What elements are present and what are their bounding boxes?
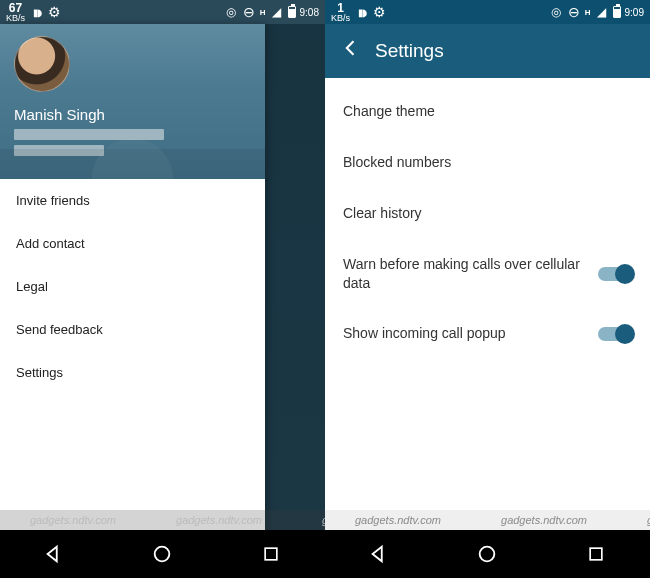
setting-label: Change theme [343,102,632,121]
setting-clear-history[interactable]: Clear history [325,188,650,239]
dnd-icon [242,5,256,19]
clock: 9:08 [300,7,319,18]
drawer-item-add-contact[interactable]: Add contact [0,222,265,265]
dnd-icon [567,5,581,19]
svg-point-0 [155,547,170,562]
setting-blocked-numbers[interactable]: Blocked numbers [325,137,650,188]
network-speed: 67 KB/s [6,2,25,23]
nav-recent-button[interactable] [585,543,607,565]
gear-icon [372,5,386,19]
nav-home-button[interactable] [151,543,173,565]
header-background-art [0,99,265,179]
toggle-switch[interactable] [598,327,632,341]
signal-icon [270,5,284,19]
svg-rect-1 [265,548,277,560]
gear-icon [47,5,61,19]
data-icon [29,5,43,19]
drawer-list: Invite friends Add contact Legal Send fe… [0,179,265,578]
clock: 9:09 [625,7,644,18]
setting-label: Blocked numbers [343,153,632,172]
toggle-switch[interactable] [598,267,632,281]
setting-label: Clear history [343,204,632,223]
setting-change-theme[interactable]: Change theme [325,86,650,137]
system-nav-bar [325,530,650,578]
network-speed: 1 KB/s [331,2,350,23]
drawer-item-invite-friends[interactable]: Invite friends [0,179,265,222]
battery-icon [613,6,621,18]
nav-recent-button[interactable] [260,543,282,565]
setting-label: Show incoming call popup [343,324,598,343]
network-type: H [585,8,591,17]
cast-icon [224,5,238,19]
setting-label: Warn before making calls over cellular d… [343,255,598,293]
setting-warn-cellular[interactable]: Warn before making calls over cellular d… [325,239,650,309]
navigation-drawer: Manish Singh Invite friends Add contact … [0,24,265,578]
setting-incoming-popup[interactable]: Show incoming call popup [325,308,650,359]
system-nav-bar [0,530,325,578]
nav-home-button[interactable] [476,543,498,565]
cast-icon [549,5,563,19]
settings-list: Change theme Blocked numbers Clear histo… [325,78,650,578]
status-bar: 1 KB/s H 9:09 [325,0,650,24]
nav-back-button[interactable] [43,543,65,565]
battery-icon [288,6,296,18]
drawer-item-settings[interactable]: Settings [0,351,265,394]
screen-settings: 1 KB/s H 9:09 Settings C [325,0,650,578]
app-bar: Settings [325,24,650,78]
svg-rect-3 [590,548,602,560]
drawer-header[interactable]: Manish Singh [0,24,265,179]
screen-drawer: 67 KB/s H 9:08 Manish Singh [0,0,325,578]
page-title: Settings [375,40,444,62]
signal-icon [595,5,609,19]
data-icon [354,5,368,19]
nav-back-button[interactable] [368,543,390,565]
drawer-item-send-feedback[interactable]: Send feedback [0,308,265,351]
status-bar: 67 KB/s H 9:08 [0,0,325,24]
drawer-item-legal[interactable]: Legal [0,265,265,308]
network-type: H [260,8,266,17]
back-button[interactable] [339,32,375,70]
svg-point-2 [480,547,495,562]
avatar[interactable] [14,36,70,92]
